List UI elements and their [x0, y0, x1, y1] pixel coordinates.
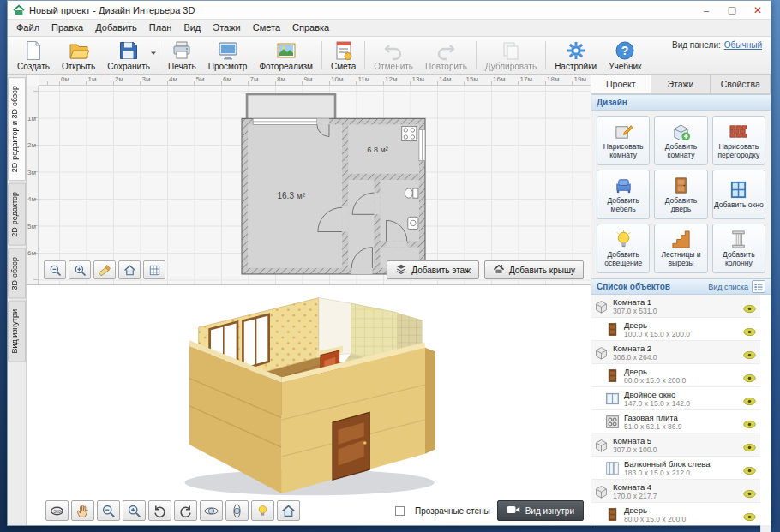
zoom-in-button[interactable]: [123, 500, 146, 521]
object-row[interactable]: Дверь80.0 x 15.0 x 200.0: [591, 503, 760, 525]
visibility-eye-icon[interactable]: [743, 348, 756, 357]
new-doc-icon: [23, 40, 44, 61]
zoom-in-button[interactable]: [69, 260, 91, 279]
menu-item-1[interactable]: Файл: [10, 20, 45, 36]
photo-button[interactable]: Фотореализм: [253, 38, 319, 73]
estimate-button[interactable]: Смета: [325, 38, 362, 73]
add-floor-icon: [395, 263, 407, 277]
orbit-v-button[interactable]: [225, 500, 249, 521]
panel-tab-3[interactable]: Свойства: [711, 75, 771, 93]
visibility-eye-icon[interactable]: [743, 487, 756, 496]
object-row[interactable]: Газовая плита51.0 x 62.1 x 86.9: [591, 410, 760, 433]
add-window-button[interactable]: Добавить окно: [712, 170, 765, 219]
window-title: Новый проект - Дизайн Интерьера 3D: [29, 5, 195, 15]
panel-tab-1[interactable]: Проект: [591, 75, 651, 93]
draw-partition-button[interactable]: Нарисовать перегородку: [712, 116, 765, 165]
object-row[interactable]: Комната 2306.0 x 264.0: [591, 341, 760, 364]
side-tab-4[interactable]: Вид изнутри: [8, 301, 26, 362]
measure-button[interactable]: [93, 260, 116, 279]
visibility-eye-icon[interactable]: [743, 417, 756, 427]
visibility-eye-icon[interactable]: [743, 325, 756, 334]
close-button[interactable]: ✕: [745, 1, 771, 19]
list-view-button[interactable]: [752, 280, 765, 293]
door-icon: [605, 368, 620, 383]
zoom-out-button[interactable]: [97, 500, 120, 521]
zoom-out-button[interactable]: [44, 260, 66, 279]
home-button[interactable]: [277, 500, 300, 521]
add-roof-button[interactable]: Добавить крышу: [484, 260, 584, 279]
grid-button[interactable]: [143, 260, 165, 279]
object-row[interactable]: Комната 1307.0 x 531.0: [591, 295, 760, 318]
inside-view-button[interactable]: Вид изнутри: [497, 500, 584, 521]
open-folder-button[interactable]: Открыть: [56, 38, 101, 73]
orbit-h-button[interactable]: [200, 500, 223, 521]
preview-button[interactable]: Просмотр: [202, 38, 254, 73]
rotate-r-button[interactable]: [174, 500, 197, 521]
menu-item-3[interactable]: Добавить: [89, 20, 143, 36]
list-view-label: Вид списка: [708, 283, 748, 291]
floor-plan-2d[interactable]: 16.3 м² 6.8 м²: [241, 93, 426, 275]
view-360-button[interactable]: 360: [45, 500, 69, 521]
toolbar-separator: [476, 41, 477, 69]
rotate-l-button[interactable]: [148, 500, 171, 521]
panel-tab-2[interactable]: Этажи: [651, 75, 711, 93]
viewport-3d[interactable]: 360 Прозрачные стены Вид изнутри: [27, 285, 591, 525]
draw-partition-icon: [729, 122, 748, 141]
draw-room-button[interactable]: Нарисовать комнату: [597, 116, 650, 165]
gear-button[interactable]: Настройки: [549, 38, 603, 73]
visibility-eye-icon[interactable]: [743, 463, 756, 473]
menu-item-6[interactable]: Этажи: [207, 20, 246, 36]
menu-item-8[interactable]: Справка: [286, 20, 335, 36]
side-tab-2[interactable]: 2D-редактор: [8, 183, 26, 246]
minimize-button[interactable]: –: [693, 1, 719, 19]
home-button[interactable]: [118, 260, 141, 279]
stairs-button[interactable]: Лестницы и вырезы: [654, 224, 707, 273]
photo-icon: [276, 40, 297, 61]
svg-text:?: ?: [621, 44, 629, 57]
visibility-eye-icon[interactable]: [743, 394, 756, 403]
transparent-walls-checkbox[interactable]: [395, 506, 405, 516]
open-folder-icon: [69, 40, 89, 61]
plan-tools: [44, 260, 165, 279]
toolbar-separator: [321, 41, 322, 69]
visibility-eye-icon[interactable]: [743, 371, 756, 380]
print-button[interactable]: Печать: [162, 38, 202, 73]
dropdown-caret-icon[interactable]: [150, 49, 157, 56]
add-door-button[interactable]: Добавить дверь: [654, 170, 707, 219]
objects-list: Комната 1307.0 x 531.0Дверь100.0 x 15.0 …: [591, 295, 771, 525]
visibility-eye-icon[interactable]: [743, 302, 756, 311]
bulb-button[interactable]: [251, 500, 274, 521]
add-floor-button[interactable]: Добавить этаж: [387, 260, 479, 279]
menu-item-2[interactable]: Правка: [45, 20, 89, 36]
toolbar-separator: [545, 41, 546, 69]
new-doc-button[interactable]: Создать: [11, 38, 56, 73]
menu-item-7[interactable]: Смета: [247, 20, 286, 36]
visibility-eye-icon[interactable]: [743, 440, 756, 450]
object-row[interactable]: Дверь100.0 x 15.0 x 200.0: [591, 318, 760, 341]
menu-item-4[interactable]: План: [143, 20, 178, 36]
object-row[interactable]: Комната 5307.0 x 100.0: [591, 433, 760, 457]
add-column-button[interactable]: Добавить колонну: [712, 224, 765, 273]
objects-scrollbar[interactable]: ▼: [760, 525, 771, 532]
room-icon: [594, 484, 609, 499]
pan-hand-button[interactable]: [71, 500, 94, 521]
add-light-button[interactable]: Добавить освещение: [597, 224, 650, 273]
save-button[interactable]: Сохранить: [101, 38, 156, 73]
room-1-area-label: 16.3 м²: [277, 191, 305, 200]
add-light-icon: [614, 230, 633, 249]
object-row[interactable]: Дверь80.0 x 15.0 x 200.0: [591, 364, 760, 387]
add-furniture-button[interactable]: Добавить мебель: [597, 170, 650, 219]
object-row[interactable]: Двойное окно147.0 x 15.0 x 142.0: [591, 387, 760, 410]
editor-2d[interactable]: 1м2м3м4м5м6м 0м1м2м3м4м5м6м7м8м9м10м11м1…: [27, 75, 591, 285]
maximize-button[interactable]: ▢: [719, 1, 745, 19]
apartment-3d-render[interactable]: [180, 290, 437, 503]
view-panel-value-link[interactable]: Обычный: [724, 40, 762, 50]
side-tab-3[interactable]: 3D-обзор: [8, 248, 26, 299]
visibility-eye-icon[interactable]: [743, 510, 756, 519]
side-tab-1[interactable]: 2D-редактор и 3D-обзор: [8, 77, 26, 181]
add-room-button[interactable]: Добавить комнату: [654, 116, 707, 165]
menu-item-5[interactable]: Вид: [177, 20, 207, 36]
object-row[interactable]: Балконный блок слева183.0 x 15.0 x 212.0: [591, 457, 760, 480]
object-row[interactable]: Комната 4170.0 x 217.7: [591, 480, 760, 503]
help-button[interactable]: ?Учебник: [603, 38, 647, 73]
